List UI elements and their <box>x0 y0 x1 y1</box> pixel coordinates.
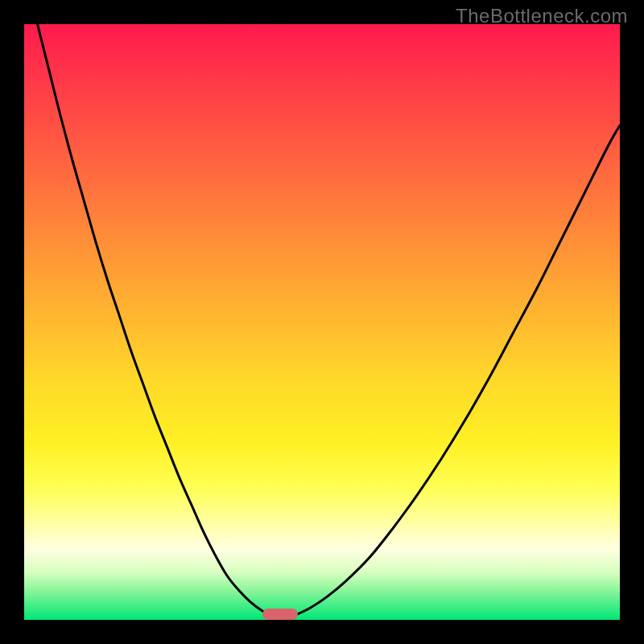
outer-frame: TheBottleneck.com <box>0 0 644 644</box>
curve-right-branch <box>280 126 620 620</box>
curve-left-branch <box>24 24 280 620</box>
plot-area <box>24 24 620 620</box>
minimum-marker <box>262 609 298 620</box>
bottleneck-curve <box>24 24 620 620</box>
